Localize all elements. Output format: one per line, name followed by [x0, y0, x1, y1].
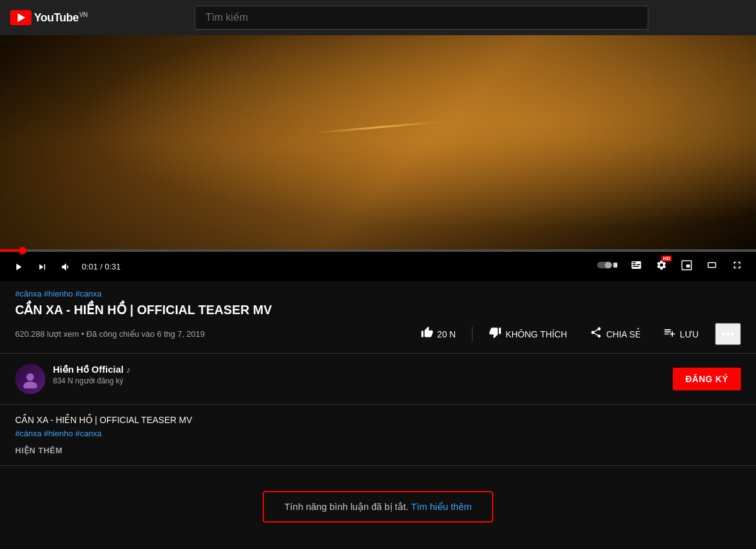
description-hashtags[interactable]: #cànxa #hienho #canxa: [15, 429, 741, 438]
description-box: CẦN XA - HIỀN HỒ | OFFICIAL TEASER MV #c…: [0, 405, 756, 466]
save-label: LƯU: [680, 329, 699, 339]
comments-disabled-text: Tính năng bình luận đã bị tắt.: [284, 501, 408, 512]
dislike-button[interactable]: KHÔNG THÍCH: [483, 322, 573, 346]
channel-avatar[interactable]: [15, 364, 45, 394]
channel-subscribers: 834 N người đăng ký: [53, 376, 673, 385]
share-button[interactable]: CHIA SẺ: [583, 322, 647, 346]
video-info: #cănxa #hienho #canxa CẦN XA - HIỀN HỒ |…: [0, 281, 756, 354]
comments-section: Tính năng bình luận đã bị tắt. Tìm hiểu …: [0, 466, 756, 548]
share-icon: [590, 326, 602, 342]
settings-icon[interactable]: HD: [653, 257, 670, 276]
show-more-button[interactable]: HIỆN THÊM: [15, 446, 741, 455]
like-count: 20 N: [437, 329, 456, 339]
hd-badge: HD: [662, 256, 672, 261]
avatar-image: [15, 364, 45, 394]
play-button[interactable]: [10, 259, 26, 275]
youtube-wordmark: YouTubeVN: [34, 11, 88, 25]
more-options-button[interactable]: •••: [715, 323, 741, 345]
dislike-label: KHÔNG THÍCH: [505, 329, 567, 339]
next-button[interactable]: [34, 259, 50, 275]
svg-point-1: [605, 262, 612, 269]
like-button[interactable]: 20 N: [415, 322, 462, 346]
video-thumbnail: [0, 35, 756, 249]
music-note-icon: ♪: [126, 365, 130, 375]
video-player: 0:01 / 0:31 HD: [0, 35, 756, 281]
subscribe-button[interactable]: ĐĂNG KÝ: [673, 368, 741, 390]
channel-section: Hiền Hồ Official ♪ 834 N người đăng ký Đ…: [0, 354, 756, 405]
comments-disabled-notice: Tính năng bình luận đã bị tắt. Tìm hiểu …: [263, 491, 493, 523]
main-content: 0:01 / 0:31 HD: [0, 35, 756, 548]
share-label: CHIA SẺ: [606, 329, 641, 339]
youtube-icon: [10, 10, 32, 25]
miniplayer-icon[interactable]: [678, 257, 696, 276]
player-controls: 0:01 / 0:31 HD: [0, 252, 756, 281]
like-dislike-divider: [472, 327, 472, 342]
time-display: 0:01 / 0:31: [82, 262, 120, 271]
autoplay-toggle[interactable]: [595, 257, 620, 276]
theater-mode-icon[interactable]: [703, 257, 721, 276]
channel-details: Hiền Hồ Official ♪ 834 N người đăng ký: [53, 364, 673, 385]
video-hashtags[interactable]: #cănxa #hienho #canxa: [15, 289, 741, 298]
channel-name[interactable]: Hiền Hồ Official ♪: [53, 364, 673, 375]
youtube-logo[interactable]: YouTubeVN: [10, 10, 88, 25]
description-title: CẦN XA - HIỀN HỒ | OFFICIAL TEASER MV: [15, 415, 741, 425]
save-icon: [663, 326, 676, 342]
video-views: 620.288 lượt xem • Đã công chiếu vào 6 t…: [15, 329, 205, 339]
progress-dot: [19, 247, 26, 254]
play-triangle: [18, 13, 25, 22]
learn-more-link[interactable]: Tìm hiểu thêm: [411, 501, 472, 512]
svg-point-5: [23, 382, 37, 388]
dislike-icon: [489, 326, 501, 342]
svg-point-4: [26, 373, 34, 381]
search-input[interactable]: [195, 6, 648, 30]
header: YouTubeVN: [0, 0, 756, 35]
video-meta-row: 620.288 lượt xem • Đã công chiếu vào 6 t…: [15, 322, 741, 346]
like-icon: [421, 326, 433, 342]
save-button[interactable]: LƯU: [657, 322, 705, 346]
search-bar: [195, 6, 648, 30]
fullscreen-icon[interactable]: [728, 257, 746, 276]
volume-button[interactable]: [58, 259, 74, 275]
video-title: CẦN XA - HIỀN HỒ | OFFICIAL TEASER MV: [15, 302, 741, 317]
progress-bar[interactable]: [0, 249, 756, 252]
subtitles-icon[interactable]: [627, 257, 645, 276]
